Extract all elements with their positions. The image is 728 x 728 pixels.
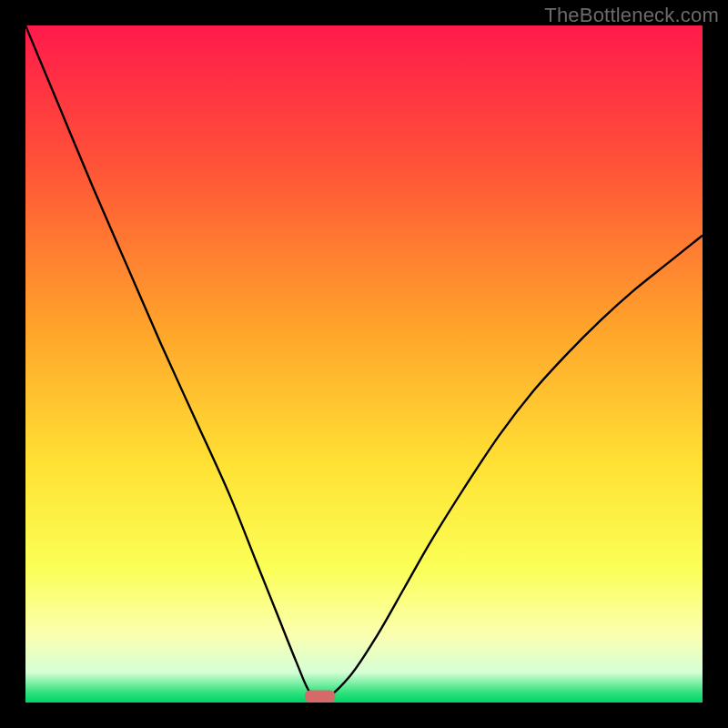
- gradient-background: [25, 25, 703, 703]
- chart-frame: [25, 25, 703, 703]
- watermark-text: TheBottleneck.com: [544, 4, 719, 27]
- bottleneck-chart: [25, 25, 703, 703]
- optimal-marker: [305, 691, 335, 703]
